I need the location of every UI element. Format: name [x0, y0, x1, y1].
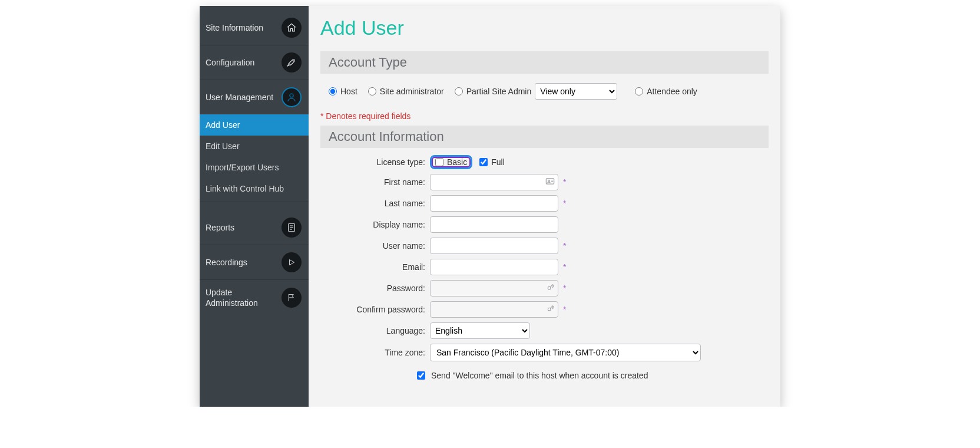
input-first-name[interactable]: [430, 174, 558, 190]
row-welcome-email: Send "Welcome" email to this host when a…: [417, 366, 769, 380]
row-license-type: License type: Basic Full: [320, 155, 769, 169]
tools-icon: [282, 52, 302, 73]
radio-partial-site-admin-input[interactable]: [455, 87, 463, 95]
select-language[interactable]: English: [430, 322, 530, 339]
input-last-name[interactable]: [430, 195, 558, 212]
sidebar-sub-label: Import/Export Users: [206, 163, 279, 172]
label-license-type: License type:: [320, 157, 430, 167]
sidebar: Site Information Configuration User Mana…: [200, 6, 309, 407]
document-icon: [282, 218, 302, 238]
row-display-name: Display name:: [320, 216, 769, 233]
row-user-name: User name: *: [320, 238, 769, 254]
required-asterisk: *: [563, 177, 566, 187]
sidebar-sub-import-export-users[interactable]: Import/Export Users: [200, 157, 309, 178]
row-time-zone: Time zone: San Francisco (Pacific Daylig…: [320, 344, 769, 361]
sidebar-item-label: Update Administration: [206, 287, 282, 308]
label-password: Password:: [320, 284, 430, 293]
label-time-zone: Time zone:: [320, 348, 430, 357]
section-header-account-type: Account Type: [320, 51, 769, 74]
sidebar-sub-add-user[interactable]: Add User: [200, 114, 309, 136]
required-asterisk: *: [563, 199, 566, 208]
label-confirm-password: Confirm password:: [320, 305, 430, 314]
input-display-name[interactable]: [430, 216, 558, 233]
flag-icon: [282, 288, 302, 308]
label-license-basic: Basic: [447, 157, 467, 167]
license-basic-highlight: Basic: [430, 155, 472, 169]
app-window: Site Information Configuration User Mana…: [200, 6, 780, 407]
svg-point-1: [290, 94, 293, 97]
input-email[interactable]: [430, 259, 558, 275]
sidebar-sub-label: Link with Control Hub: [206, 184, 284, 193]
radio-partial-site-admin[interactable]: Partial Site Admin View only: [455, 83, 618, 100]
required-fields-note: * Denotes required fields: [320, 109, 769, 126]
sidebar-item-reports[interactable]: Reports: [200, 210, 309, 245]
home-icon: [282, 18, 302, 38]
row-first-name: First name: *: [320, 174, 769, 190]
svg-point-0: [293, 60, 294, 61]
required-asterisk: *: [563, 241, 566, 251]
checkbox-license-basic[interactable]: [435, 158, 443, 166]
required-asterisk: *: [563, 284, 566, 293]
checkbox-license-full[interactable]: [479, 158, 488, 166]
sidebar-item-site-information[interactable]: Site Information: [200, 11, 309, 45]
label-license-full: Full: [491, 157, 505, 167]
sidebar-sub-label: Add User: [206, 120, 240, 130]
input-user-name[interactable]: [430, 238, 558, 254]
play-icon: [282, 252, 302, 272]
sidebar-submenu-user-management: Add User Edit User Import/Export Users L…: [200, 114, 309, 202]
main-content: Add User Account Type Host Site administ…: [309, 6, 780, 407]
sidebar-item-update-administration[interactable]: Update Administration: [200, 280, 309, 315]
input-password[interactable]: [430, 280, 558, 297]
sidebar-item-user-management[interactable]: User Management: [200, 80, 309, 114]
sidebar-item-configuration[interactable]: Configuration: [200, 45, 309, 80]
sidebar-sub-edit-user[interactable]: Edit User: [200, 136, 309, 157]
account-type-options: Host Site administrator Partial Site Adm…: [320, 81, 769, 109]
label-language: Language:: [320, 326, 430, 335]
sidebar-item-label: Reports: [206, 223, 234, 232]
radio-partial-site-admin-label: Partial Site Admin: [466, 87, 532, 96]
label-last-name: Last name:: [320, 199, 430, 208]
radio-attendee-only-label: Attendee only: [647, 87, 697, 96]
radio-host-input[interactable]: [329, 87, 337, 95]
radio-attendee-only[interactable]: Attendee only: [635, 87, 697, 96]
label-first-name: First name:: [320, 177, 430, 187]
section-header-account-info: Account Information: [320, 126, 769, 148]
row-last-name: Last name: *: [320, 195, 769, 212]
sidebar-sub-label: Edit User: [206, 141, 240, 151]
sidebar-sub-link-control-hub[interactable]: Link with Control Hub: [200, 178, 309, 202]
row-language: Language: English: [320, 322, 769, 339]
radio-host-label: Host: [340, 87, 357, 96]
sidebar-item-label: Configuration: [206, 58, 254, 67]
radio-attendee-only-input[interactable]: [635, 87, 643, 95]
radio-host[interactable]: Host: [329, 87, 357, 96]
label-user-name: User name:: [320, 241, 430, 251]
row-confirm-password: Confirm password: *: [320, 301, 769, 318]
sidebar-item-label: Site Information: [206, 23, 263, 32]
row-password: Password: *: [320, 280, 769, 297]
required-asterisk: *: [563, 305, 566, 314]
label-email: Email:: [320, 262, 430, 272]
row-email: Email: *: [320, 259, 769, 275]
radio-site-admin-label: Site administrator: [380, 87, 444, 96]
label-display-name: Display name:: [320, 220, 430, 229]
page-title: Add User: [320, 17, 769, 39]
input-confirm-password[interactable]: [430, 301, 558, 318]
partial-site-admin-select[interactable]: View only: [535, 83, 617, 100]
sidebar-item-label: Recordings: [206, 258, 247, 267]
required-asterisk: *: [563, 262, 566, 272]
label-welcome-email: Send "Welcome" email to this host when a…: [431, 371, 648, 380]
sidebar-item-label: User Management: [206, 93, 273, 102]
checkbox-welcome-email[interactable]: [417, 371, 425, 380]
user-icon: [282, 87, 302, 107]
radio-site-admin-input[interactable]: [368, 87, 376, 95]
select-time-zone[interactable]: San Francisco (Pacific Daylight Time, GM…: [430, 344, 701, 361]
svg-marker-6: [290, 259, 294, 265]
radio-site-admin[interactable]: Site administrator: [368, 87, 444, 96]
sidebar-item-recordings[interactable]: Recordings: [200, 245, 309, 280]
